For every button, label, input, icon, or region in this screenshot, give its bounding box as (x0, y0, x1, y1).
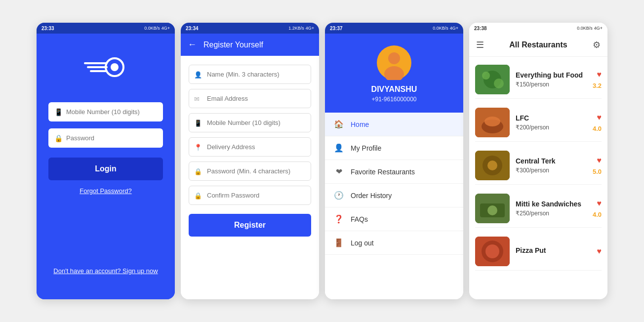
mobile-input-group: 📱 (48, 102, 163, 121)
food-svg-5 (475, 237, 510, 266)
restaurant-name-2: LFC (516, 114, 587, 122)
menu-item-orders[interactable]: 🕐 Order History (325, 184, 463, 207)
restaurants-screen: 23:38 0.0KB/s 4G+ ☰ All Restaurants ⚙ (469, 23, 607, 299)
avatar (377, 45, 411, 80)
favorite-icon-5[interactable]: ♥ (597, 247, 602, 256)
lock-icon: 🔒 (54, 134, 63, 142)
restaurant-list: Everything but Food ₹150/person ♥ 3.2 (469, 57, 607, 299)
restaurant-right-3: ♥ 5.0 (593, 156, 602, 175)
restaurant-card-5[interactable]: Pizza Put ♥ (475, 233, 602, 271)
mobile-input[interactable] (48, 102, 163, 121)
status-right-3: 0.0KB/s 4G+ (433, 26, 458, 31)
restaurant-card-1[interactable]: Everything but Food ₹150/person ♥ 3.2 (475, 61, 602, 99)
password-input[interactable] (48, 128, 163, 148)
restaurant-name-5: Pizza Put (516, 246, 591, 254)
back-button[interactable]: ← (188, 40, 197, 50)
restaurant-info-1: Everything but Food ₹150/person (516, 71, 587, 88)
restaurant-card-2[interactable]: LFC ₹200/person ♥ 4.0 (475, 104, 602, 142)
svg-point-23 (485, 244, 499, 258)
home-icon: 🏠 (334, 120, 344, 129)
favorite-icon-4[interactable]: ♥ (597, 199, 602, 208)
svg-point-10 (482, 72, 490, 80)
restaurant-right-4: ♥ 4.0 (593, 199, 602, 218)
status-bar-1: 23:33 0.0KB/s 4G+ (37, 23, 175, 34)
register-button[interactable]: Register (189, 214, 311, 237)
register-body: 👤 ✉ 📱 📍 🔒 (181, 56, 319, 299)
login-button[interactable]: Login (48, 158, 163, 180)
restaurant-info-4: Mitti ke Sandwiches ₹250/person (516, 200, 587, 217)
svg-point-1 (111, 63, 119, 71)
email-input[interactable] (189, 89, 311, 108)
name-input[interactable] (189, 65, 311, 84)
reg-mobile-field-wrapper: 📱 (189, 113, 311, 132)
status-bar-3: 23:37 0.0KB/s 4G+ (325, 23, 463, 34)
register-header: ← Register Yourself (181, 34, 319, 56)
menu-label-logout: Log out (351, 239, 374, 247)
favorite-icon-2[interactable]: ♥ (597, 113, 602, 122)
confirm-lock-icon: 🔒 (194, 192, 202, 199)
hamburger-menu-icon[interactable]: ☰ (476, 40, 484, 50)
menu-item-profile[interactable]: 👤 My Profile (325, 136, 463, 160)
reg-mobile-input[interactable] (189, 113, 311, 132)
logo-svg (81, 53, 130, 80)
reg-password-input[interactable] (189, 161, 311, 181)
menu-item-faqs[interactable]: ❓ FAQs (325, 207, 463, 231)
status-bar-2: 23:34 1.2KB/s 4G+ (181, 23, 319, 34)
status-right-1: 0.0KB/s 4G+ (144, 26, 170, 31)
time-4: 23:38 (474, 26, 487, 31)
restaurant-card-4[interactable]: Mitti ke Sandwiches ₹250/person ♥ 4.0 (475, 190, 602, 228)
svg-point-20 (487, 205, 497, 215)
profile-phone: +91-9616000000 (371, 96, 416, 103)
forgot-password-link[interactable]: Forgot Password? (80, 187, 132, 195)
svg-point-17 (487, 161, 497, 170)
favorite-icon-1[interactable]: ♥ (597, 70, 602, 79)
restaurant-info-3: Central Terk ₹300/person (516, 157, 587, 174)
menu-item-logout[interactable]: 🚪 Log out (325, 231, 463, 255)
menu-item-favorites[interactable]: ❤ Favorite Restaurants (325, 160, 463, 184)
network-1: 0.0KB/s (144, 26, 160, 31)
heart-menu-icon: ❤ (334, 167, 344, 176)
restaurant-name-1: Everything but Food (516, 71, 587, 79)
login-logo (81, 53, 130, 82)
name-icon: 👤 (194, 71, 202, 78)
restaurant-img-2 (475, 108, 510, 137)
filter-icon[interactable]: ⚙ (593, 40, 601, 50)
battery-1: 4G+ (161, 26, 170, 31)
menu-label-profile: My Profile (351, 144, 381, 152)
svg-point-6 (388, 52, 400, 64)
reg-mobile-icon: 📱 (194, 119, 202, 126)
signup-link[interactable]: Don't have an account? Sign up now (53, 267, 158, 284)
network-4: 0.0KB/s (577, 26, 593, 31)
profile-top: DIVYANSHU +91-9616000000 (325, 34, 463, 113)
restaurant-rating-4: 4.0 (593, 211, 602, 218)
time-3: 23:37 (330, 26, 343, 31)
restaurants-header: ☰ All Restaurants ⚙ (469, 34, 607, 57)
food-svg-1 (475, 65, 510, 94)
restaurant-img-5 (475, 237, 510, 266)
svg-point-11 (494, 79, 504, 88)
restaurant-img-1 (475, 65, 510, 94)
battery-4: 4G+ (594, 26, 603, 31)
confirm-password-input[interactable] (189, 186, 311, 205)
battery-2: 4G+ (306, 26, 314, 31)
faq-icon: ❓ (334, 214, 344, 224)
status-right-2: 1.2KB/s 4G+ (288, 26, 314, 31)
battery-3: 4G+ (450, 26, 458, 31)
email-icon: ✉ (194, 95, 200, 102)
logout-icon: 🚪 (334, 238, 344, 247)
login-body: 📱 🔒 Login Forgot Password? Don't have an… (37, 34, 175, 299)
address-input[interactable] (189, 137, 311, 157)
profile-name: DIVYANSHU (371, 85, 417, 94)
password-wrapper: 🔒 (48, 128, 163, 148)
restaurant-card-3[interactable]: Central Terk ₹300/person ♥ 5.0 (475, 147, 602, 185)
time-1: 23:33 (41, 26, 54, 31)
mobile-wrapper: 📱 (48, 102, 163, 121)
menu-item-home[interactable]: 🏠 Home (325, 113, 463, 136)
status-right-4: 0.0KB/s 4G+ (577, 26, 603, 31)
favorite-icon-3[interactable]: ♥ (597, 156, 602, 165)
confirm-password-field-wrapper: 🔒 (189, 186, 311, 205)
restaurant-name-3: Central Terk (516, 157, 587, 165)
reg-lock-icon: 🔒 (194, 167, 202, 175)
avatar-svg (377, 45, 411, 80)
svg-point-14 (484, 117, 500, 126)
